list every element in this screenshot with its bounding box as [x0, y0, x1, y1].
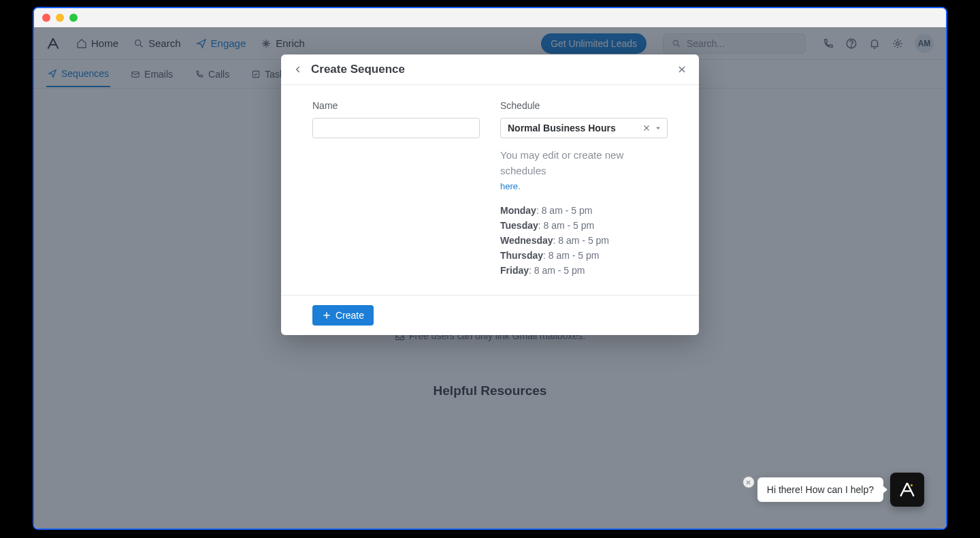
- window-minimize-icon[interactable]: [56, 14, 64, 22]
- close-icon: [677, 65, 687, 74]
- name-input[interactable]: [312, 118, 480, 138]
- svg-point-7: [911, 484, 913, 486]
- schedule-row: Tuesday: 8 am - 5 pm: [500, 220, 668, 231]
- chat-bubble[interactable]: Hi there! How can I help?: [757, 477, 883, 502]
- close-icon: [745, 479, 751, 486]
- modal-body: Name Schedule Normal Business Hours: [281, 85, 699, 295]
- chat-text: Hi there! How can I help?: [767, 484, 874, 495]
- schedule-hours: Monday: 8 am - 5 pm Tuesday: 8 am - 5 pm…: [500, 205, 668, 276]
- schedule-row: Friday: 8 am - 5 pm: [500, 265, 668, 276]
- brand-logo-icon: [898, 481, 916, 499]
- window-maximize-icon[interactable]: [69, 14, 78, 22]
- chat-widget: Hi there! How can I help?: [757, 473, 924, 507]
- schedule-value: Normal Business Hours: [508, 123, 638, 133]
- create-sequence-modal: Create Sequence Name Schedule Normal Bus…: [281, 54, 699, 335]
- chat-launcher[interactable]: [890, 473, 924, 507]
- create-button-label: Create: [336, 310, 364, 321]
- schedule-hint-link[interactable]: here: [500, 181, 518, 191]
- schedule-row: Wednesday: 8 am - 5 pm: [500, 235, 668, 246]
- window-close-icon[interactable]: [42, 14, 50, 22]
- schedule-row: Thursday: 8 am - 5 pm: [500, 250, 668, 261]
- modal-header: Create Sequence: [281, 54, 699, 85]
- clear-schedule-button[interactable]: [642, 124, 651, 132]
- window-titlebar: [34, 8, 946, 27]
- schedule-field: Schedule Normal Business Hours You may: [500, 100, 668, 276]
- close-button[interactable]: [677, 65, 687, 74]
- name-field: Name: [312, 100, 480, 276]
- modal-overlay: Create Sequence Name Schedule Normal Bus…: [34, 27, 946, 528]
- close-icon: [642, 124, 651, 132]
- schedule-hint-text: You may edit or create new schedules: [500, 149, 623, 176]
- back-button[interactable]: [293, 65, 303, 74]
- app-window: Home Search Engage: [33, 7, 947, 530]
- name-label: Name: [312, 100, 480, 111]
- caret-down-icon: [655, 125, 662, 131]
- chat-close-button[interactable]: [742, 476, 755, 488]
- modal-footer: Create: [281, 295, 699, 335]
- modal-title: Create Sequence: [311, 63, 669, 76]
- chevron-left-icon: [293, 65, 303, 74]
- app-content: Home Search Engage: [34, 27, 946, 528]
- schedule-select[interactable]: Normal Business Hours: [500, 118, 668, 138]
- schedule-row: Monday: 8 am - 5 pm: [500, 205, 668, 216]
- schedule-hint: You may edit or create new schedules her…: [500, 148, 668, 194]
- create-button[interactable]: Create: [312, 305, 374, 326]
- dropdown-caret[interactable]: [655, 125, 662, 131]
- plus-icon: [322, 311, 331, 320]
- schedule-label: Schedule: [500, 100, 668, 111]
